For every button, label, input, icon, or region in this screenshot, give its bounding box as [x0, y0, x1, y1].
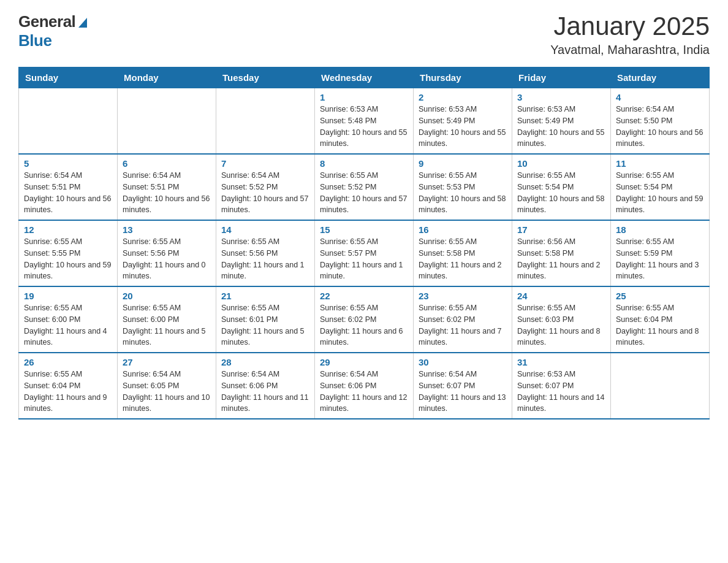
day-info: Sunrise: 6:53 AM Sunset: 6:07 PM Dayligh… [517, 369, 605, 415]
day-number: 6 [123, 158, 211, 169]
calendar-cell: 11Sunrise: 6:55 AM Sunset: 5:54 PM Dayli… [611, 154, 710, 220]
calendar-table: SundayMondayTuesdayWednesdayThursdayFrid… [18, 67, 710, 419]
day-number: 23 [419, 291, 507, 301]
day-info: Sunrise: 6:55 AM Sunset: 5:55 PM Dayligh… [24, 236, 112, 282]
day-info: Sunrise: 6:55 AM Sunset: 5:54 PM Dayligh… [616, 170, 704, 216]
day-number: 10 [517, 158, 605, 169]
logo-blue-text: Blue [18, 31, 51, 50]
header-day-saturday: Saturday [611, 67, 710, 88]
page-header: General Blue January 2025 Yavatmal, Maha… [18, 12, 710, 57]
day-info: Sunrise: 6:54 AM Sunset: 6:06 PM Dayligh… [320, 369, 408, 415]
day-number: 7 [221, 158, 309, 169]
calendar-cell: 27Sunrise: 6:54 AM Sunset: 6:05 PM Dayli… [118, 353, 216, 419]
header-day-wednesday: Wednesday [315, 67, 414, 88]
calendar-cell: 6Sunrise: 6:54 AM Sunset: 5:51 PM Daylig… [118, 154, 216, 220]
day-info: Sunrise: 6:55 AM Sunset: 5:56 PM Dayligh… [221, 236, 309, 282]
day-number: 19 [24, 291, 112, 301]
day-info: Sunrise: 6:54 AM Sunset: 6:07 PM Dayligh… [419, 369, 507, 415]
calendar-cell: 28Sunrise: 6:54 AM Sunset: 6:06 PM Dayli… [216, 353, 315, 419]
calendar-cell: 2Sunrise: 6:53 AM Sunset: 5:49 PM Daylig… [414, 88, 512, 155]
calendar-cell [118, 88, 216, 155]
calendar-cell: 12Sunrise: 6:55 AM Sunset: 5:55 PM Dayli… [19, 220, 118, 286]
week-row-4: 19Sunrise: 6:55 AM Sunset: 6:00 PM Dayli… [19, 286, 710, 353]
day-info: Sunrise: 6:55 AM Sunset: 5:53 PM Dayligh… [419, 170, 507, 216]
calendar-cell: 4Sunrise: 6:54 AM Sunset: 5:50 PM Daylig… [611, 88, 710, 155]
day-info: Sunrise: 6:55 AM Sunset: 5:59 PM Dayligh… [616, 236, 704, 282]
calendar-cell [19, 88, 118, 155]
day-info: Sunrise: 6:55 AM Sunset: 6:02 PM Dayligh… [419, 302, 507, 348]
day-info: Sunrise: 6:53 AM Sunset: 5:49 PM Dayligh… [517, 104, 605, 150]
day-info: Sunrise: 6:56 AM Sunset: 5:58 PM Dayligh… [517, 236, 605, 282]
day-number: 26 [24, 357, 112, 367]
calendar-body: 1Sunrise: 6:53 AM Sunset: 5:48 PM Daylig… [19, 88, 710, 419]
day-number: 31 [517, 357, 605, 367]
day-number: 2 [419, 92, 507, 102]
day-info: Sunrise: 6:53 AM Sunset: 5:48 PM Dayligh… [320, 104, 408, 150]
header-day-thursday: Thursday [414, 67, 512, 88]
day-number: 9 [419, 158, 507, 169]
calendar-header: SundayMondayTuesdayWednesdayThursdayFrid… [19, 67, 710, 88]
day-info: Sunrise: 6:55 AM Sunset: 5:54 PM Dayligh… [517, 170, 605, 216]
day-number: 20 [123, 291, 211, 301]
week-row-5: 26Sunrise: 6:55 AM Sunset: 6:04 PM Dayli… [19, 353, 710, 419]
day-info: Sunrise: 6:54 AM Sunset: 5:51 PM Dayligh… [24, 170, 112, 216]
calendar-cell: 29Sunrise: 6:54 AM Sunset: 6:06 PM Dayli… [315, 353, 414, 419]
day-info: Sunrise: 6:55 AM Sunset: 6:04 PM Dayligh… [24, 369, 112, 415]
day-number: 1 [320, 92, 408, 102]
calendar-cell: 5Sunrise: 6:54 AM Sunset: 5:51 PM Daylig… [19, 154, 118, 220]
calendar-cell: 3Sunrise: 6:53 AM Sunset: 5:49 PM Daylig… [512, 88, 611, 155]
day-number: 14 [221, 224, 309, 235]
day-number: 21 [221, 291, 309, 301]
header-day-friday: Friday [512, 67, 611, 88]
calendar-cell: 17Sunrise: 6:56 AM Sunset: 5:58 PM Dayli… [512, 220, 611, 286]
day-number: 28 [221, 357, 309, 367]
day-number: 13 [123, 224, 211, 235]
day-number: 25 [616, 291, 704, 301]
week-row-1: 1Sunrise: 6:53 AM Sunset: 5:48 PM Daylig… [19, 88, 710, 155]
day-info: Sunrise: 6:55 AM Sunset: 5:52 PM Dayligh… [320, 170, 408, 216]
calendar-cell [611, 353, 710, 419]
day-info: Sunrise: 6:55 AM Sunset: 6:00 PM Dayligh… [24, 302, 112, 348]
day-number: 22 [320, 291, 408, 301]
calendar-title: January 2025 [550, 12, 710, 40]
day-info: Sunrise: 6:54 AM Sunset: 6:06 PM Dayligh… [221, 369, 309, 415]
calendar-cell: 26Sunrise: 6:55 AM Sunset: 6:04 PM Dayli… [19, 353, 118, 419]
day-info: Sunrise: 6:55 AM Sunset: 6:02 PM Dayligh… [320, 302, 408, 348]
calendar-cell: 7Sunrise: 6:54 AM Sunset: 5:52 PM Daylig… [216, 154, 315, 220]
calendar-cell: 21Sunrise: 6:55 AM Sunset: 6:01 PM Dayli… [216, 286, 315, 353]
logo: General Blue [18, 12, 90, 50]
day-info: Sunrise: 6:55 AM Sunset: 6:00 PM Dayligh… [123, 302, 211, 348]
day-number: 3 [517, 92, 605, 102]
calendar-cell: 31Sunrise: 6:53 AM Sunset: 6:07 PM Dayli… [512, 353, 611, 419]
day-number: 30 [419, 357, 507, 367]
day-number: 12 [24, 224, 112, 235]
header-day-sunday: Sunday [19, 67, 118, 88]
day-info: Sunrise: 6:55 AM Sunset: 6:03 PM Dayligh… [517, 302, 605, 348]
calendar-cell: 15Sunrise: 6:55 AM Sunset: 5:57 PM Dayli… [315, 220, 414, 286]
day-number: 11 [616, 158, 704, 169]
calendar-cell: 18Sunrise: 6:55 AM Sunset: 5:59 PM Dayli… [611, 220, 710, 286]
logo-triangle-icon [76, 15, 89, 29]
day-number: 8 [320, 158, 408, 169]
day-info: Sunrise: 6:55 AM Sunset: 5:58 PM Dayligh… [419, 236, 507, 282]
week-row-3: 12Sunrise: 6:55 AM Sunset: 5:55 PM Dayli… [19, 220, 710, 286]
header-day-tuesday: Tuesday [216, 67, 315, 88]
calendar-cell: 24Sunrise: 6:55 AM Sunset: 6:03 PM Dayli… [512, 286, 611, 353]
day-info: Sunrise: 6:54 AM Sunset: 6:05 PM Dayligh… [123, 369, 211, 415]
day-number: 24 [517, 291, 605, 301]
day-info: Sunrise: 6:55 AM Sunset: 6:04 PM Dayligh… [616, 302, 704, 348]
day-info: Sunrise: 6:54 AM Sunset: 5:52 PM Dayligh… [221, 170, 309, 216]
calendar-cell: 16Sunrise: 6:55 AM Sunset: 5:58 PM Dayli… [414, 220, 512, 286]
calendar-cell: 13Sunrise: 6:55 AM Sunset: 5:56 PM Dayli… [118, 220, 216, 286]
day-number: 16 [419, 224, 507, 235]
calendar-cell: 8Sunrise: 6:55 AM Sunset: 5:52 PM Daylig… [315, 154, 414, 220]
day-number: 4 [616, 92, 704, 102]
calendar-cell: 9Sunrise: 6:55 AM Sunset: 5:53 PM Daylig… [414, 154, 512, 220]
day-number: 29 [320, 357, 408, 367]
week-row-2: 5Sunrise: 6:54 AM Sunset: 5:51 PM Daylig… [19, 154, 710, 220]
calendar-cell: 1Sunrise: 6:53 AM Sunset: 5:48 PM Daylig… [315, 88, 414, 155]
title-block: January 2025 Yavatmal, Maharashtra, Indi… [550, 12, 710, 57]
calendar-cell: 19Sunrise: 6:55 AM Sunset: 6:00 PM Dayli… [19, 286, 118, 353]
day-info: Sunrise: 6:55 AM Sunset: 5:56 PM Dayligh… [123, 236, 211, 282]
day-number: 27 [123, 357, 211, 367]
